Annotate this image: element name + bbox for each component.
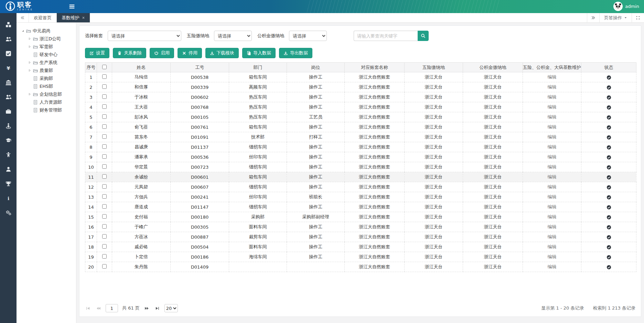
close-tab-icon[interactable] bbox=[82, 16, 85, 19]
caret-collapsed-icon[interactable] bbox=[28, 69, 32, 73]
row-checkbox[interactable] bbox=[102, 114, 107, 119]
trophy-icon[interactable] bbox=[0, 176, 17, 191]
edit-link[interactable]: 编辑 bbox=[548, 134, 557, 139]
prev-page-icon[interactable] bbox=[95, 305, 101, 311]
edit-link[interactable]: 编辑 bbox=[548, 104, 557, 110]
row-checkbox[interactable] bbox=[102, 144, 107, 149]
menu-toggle-icon[interactable] bbox=[69, 3, 76, 10]
edit-link[interactable]: 编辑 bbox=[548, 224, 557, 229]
last-page-icon[interactable] bbox=[154, 305, 160, 311]
row-checkbox[interactable] bbox=[102, 264, 107, 269]
row-checkbox[interactable] bbox=[102, 214, 107, 219]
child-icon[interactable] bbox=[0, 147, 17, 162]
check-square-icon[interactable] bbox=[0, 46, 17, 61]
user-icon[interactable] bbox=[0, 162, 17, 176]
row-checkbox[interactable] bbox=[102, 74, 107, 79]
fund-area-select[interactable]: 请选择 bbox=[289, 31, 327, 41]
edit-link[interactable]: 编辑 bbox=[548, 184, 557, 189]
avatar[interactable] bbox=[613, 2, 623, 11]
users-icon[interactable] bbox=[0, 32, 17, 46]
row-checkbox[interactable] bbox=[102, 154, 107, 159]
download-template-button[interactable]: 下载模块 bbox=[205, 48, 239, 58]
relation-delete-button[interactable]: 关系删除 bbox=[113, 48, 146, 58]
edit-link[interactable]: 编辑 bbox=[548, 164, 557, 169]
edit-link[interactable]: 编辑 bbox=[548, 94, 557, 100]
tree-item[interactable]: 人力资源部 bbox=[17, 98, 76, 106]
edit-link[interactable]: 编辑 bbox=[548, 154, 557, 159]
row-checkbox[interactable] bbox=[102, 134, 107, 139]
tree-item[interactable]: 浙江D公司 bbox=[17, 35, 76, 43]
street-view-icon[interactable] bbox=[0, 118, 17, 133]
edit-link[interactable]: 编辑 bbox=[548, 114, 557, 119]
row-checkbox[interactable] bbox=[102, 174, 107, 179]
edit-link[interactable]: 编辑 bbox=[548, 204, 557, 209]
row-checkbox[interactable] bbox=[102, 234, 107, 239]
caret-collapsed-icon[interactable] bbox=[28, 45, 32, 49]
edit-link[interactable]: 编辑 bbox=[548, 144, 557, 149]
edit-link[interactable]: 编辑 bbox=[548, 84, 557, 90]
caret-collapsed-icon[interactable] bbox=[28, 37, 32, 41]
tree-item[interactable]: 中元易尚 bbox=[17, 27, 76, 35]
set-button[interactable]: 设置 bbox=[85, 48, 109, 58]
user-box[interactable]: admin bbox=[613, 2, 639, 11]
tree-item[interactable]: 采购部 bbox=[17, 74, 76, 82]
tree-item[interactable]: EHS部 bbox=[17, 82, 76, 90]
row-checkbox[interactable] bbox=[102, 164, 107, 169]
search-input[interactable] bbox=[354, 31, 418, 41]
disable-button[interactable]: 停用 bbox=[178, 48, 202, 58]
user-group-icon[interactable] bbox=[0, 90, 17, 104]
row-checkbox[interactable] bbox=[102, 84, 107, 89]
select-all-checkbox[interactable] bbox=[102, 65, 107, 69]
tree-item[interactable]: 财务管理部 bbox=[17, 106, 76, 114]
info-icon[interactable]: i bbox=[0, 191, 17, 205]
page-number-input[interactable] bbox=[106, 304, 118, 312]
edit-link[interactable]: 编辑 bbox=[548, 174, 557, 179]
caret-expanded-icon[interactable] bbox=[21, 29, 25, 33]
tree-item[interactable]: 研发中心 bbox=[17, 51, 76, 59]
tree-item[interactable]: 军需部 bbox=[17, 43, 76, 51]
edit-link[interactable]: 编辑 bbox=[548, 244, 557, 249]
social-area-select[interactable]: 请选择 bbox=[214, 31, 252, 41]
page-size-select[interactable]: 20 bbox=[164, 304, 178, 312]
row-checkbox[interactable] bbox=[102, 204, 107, 209]
enable-button[interactable]: 启用 bbox=[150, 48, 174, 58]
row-checkbox[interactable] bbox=[102, 124, 107, 129]
briefcase-icon[interactable] bbox=[0, 104, 17, 118]
sitemap-icon[interactable] bbox=[0, 17, 17, 32]
bank-icon[interactable] bbox=[0, 75, 17, 90]
edit-link[interactable]: 编辑 bbox=[548, 234, 557, 239]
tabs-scroll-right-icon[interactable] bbox=[587, 13, 599, 22]
edit-link[interactable]: 编辑 bbox=[548, 264, 557, 269]
row-checkbox[interactable] bbox=[102, 254, 107, 259]
tabs-scroll-left-icon[interactable] bbox=[17, 13, 29, 22]
first-page-icon[interactable] bbox=[85, 305, 91, 311]
row-checkbox[interactable] bbox=[102, 224, 107, 229]
fullscreen-icon[interactable] bbox=[632, 13, 644, 22]
edit-link[interactable]: 编辑 bbox=[548, 254, 557, 259]
tree-item[interactable]: 企划信息部 bbox=[17, 90, 76, 98]
row-checkbox[interactable] bbox=[102, 94, 107, 99]
import-data-button[interactable]: 导入数据 bbox=[242, 48, 276, 58]
tab-operations-dropdown[interactable]: 页签操作 bbox=[599, 13, 632, 22]
edit-link[interactable]: 编辑 bbox=[548, 194, 557, 199]
edit-link[interactable]: 编辑 bbox=[548, 214, 557, 219]
export-data-button[interactable]: 导出数据 bbox=[279, 48, 312, 58]
yen-icon[interactable]: ¥ bbox=[0, 61, 17, 75]
edit-link[interactable]: 编辑 bbox=[548, 124, 557, 129]
search-button[interactable] bbox=[418, 31, 429, 41]
next-page-icon[interactable] bbox=[144, 305, 150, 311]
row-checkbox[interactable] bbox=[102, 184, 107, 189]
account-select[interactable]: 请选择 bbox=[108, 31, 181, 41]
tab-0[interactable]: 欢迎首页 bbox=[29, 13, 57, 22]
row-checkbox[interactable] bbox=[102, 194, 107, 199]
caret-collapsed-icon[interactable] bbox=[28, 61, 32, 65]
row-checkbox[interactable] bbox=[102, 104, 107, 109]
tab-1[interactable]: 基数维护 bbox=[57, 13, 90, 22]
cogs-icon[interactable] bbox=[0, 205, 17, 220]
caret-collapsed-icon[interactable] bbox=[28, 92, 32, 96]
edit-link[interactable]: 编辑 bbox=[548, 74, 557, 80]
graduation-cap-icon[interactable] bbox=[0, 133, 17, 147]
row-checkbox[interactable] bbox=[102, 244, 107, 249]
tree-item[interactable]: 生产系统 bbox=[17, 59, 76, 66]
tree-item[interactable]: 质量部 bbox=[17, 66, 76, 74]
